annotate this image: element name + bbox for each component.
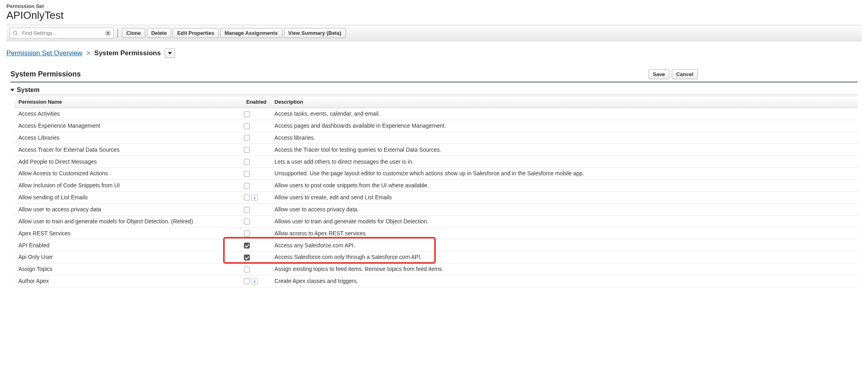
page-subtitle: Permission Set — [6, 3, 862, 9]
permission-name: Allow user to access privacy data — [14, 203, 242, 215]
svg-marker-5 — [10, 89, 14, 91]
permission-name: Access Libraries — [14, 132, 242, 144]
permission-description: Assign existing topics to feed items. Re… — [271, 263, 858, 275]
permission-enabled-cell — [242, 263, 271, 275]
info-icon[interactable]: i — [251, 194, 258, 201]
permission-checkbox[interactable] — [244, 159, 250, 165]
permission-name: Api Only User — [14, 251, 242, 263]
permission-enabled-cell — [242, 239, 271, 251]
permission-enabled-cell — [242, 227, 271, 239]
permission-enabled-cell — [242, 215, 271, 227]
permission-enabled-cell — [242, 251, 271, 263]
breadcrumb: Permission Set Overview > System Permiss… — [6, 48, 862, 58]
permission-description: Access any Salesforce.com API. — [271, 239, 858, 251]
table-row: Add People to Direct MessagesLets a user… — [14, 156, 858, 168]
toolbar-divider — [118, 29, 118, 38]
permission-name: Apex REST Services — [14, 227, 242, 239]
manage-assignments-button[interactable]: Manage Assignments — [220, 28, 282, 38]
permission-enabled-cell — [242, 156, 271, 168]
permission-name: Allow Inclusion of Code Snippets from UI — [14, 179, 242, 191]
permission-checkbox[interactable] — [244, 278, 250, 284]
permission-checkbox[interactable] — [244, 111, 250, 117]
permission-name: Author Apex — [14, 275, 242, 287]
collapse-icon — [10, 88, 14, 92]
table-row: Access Tracer for External Data SourcesA… — [14, 144, 858, 156]
breadcrumb-separator: > — [86, 49, 90, 57]
permission-name: Access Activities — [14, 108, 242, 120]
info-icon[interactable]: i — [251, 278, 258, 285]
permission-name: Allow sending of List Emails — [14, 191, 242, 203]
permission-description: Allow access to Apex REST services — [271, 227, 858, 239]
permission-description: Allow user to access privacy data. — [271, 203, 858, 215]
permission-description: Access the Tracer tool for testing queri… — [271, 144, 858, 156]
permission-name: API Enabled — [14, 239, 242, 251]
search-input[interactable] — [10, 28, 114, 38]
permission-checkbox[interactable] — [244, 147, 250, 153]
svg-marker-4 — [168, 52, 172, 54]
permission-description: Unsupported. Use the page layout editor … — [271, 167, 858, 179]
permission-checkbox[interactable] — [244, 183, 250, 189]
permission-description: Create Apex classes and triggers. — [271, 275, 858, 287]
table-row: Apex REST ServicesAllow access to Apex R… — [14, 227, 858, 239]
table-row: Allow user to access privacy dataAllow u… — [14, 203, 858, 215]
permission-checkbox[interactable] — [244, 243, 250, 249]
permission-name: Allow user to train and generate models … — [14, 215, 242, 227]
permission-checkbox[interactable] — [244, 135, 250, 141]
permission-name: Access Tracer for External Data Sources — [14, 144, 242, 156]
permission-checkbox[interactable] — [244, 255, 250, 261]
permission-checkbox[interactable] — [244, 207, 250, 213]
permission-checkbox[interactable] — [244, 123, 250, 129]
search-wrapper — [10, 28, 114, 38]
permission-description: Allow users to post code snippets from t… — [271, 179, 858, 191]
col-header-description: Description — [271, 96, 858, 108]
table-row: Assign TopicsAssign existing topics to f… — [14, 263, 858, 275]
table-row: Allow user to train and generate models … — [14, 215, 858, 227]
table-row: Allow Inclusion of Code Snippets from UI… — [14, 179, 858, 191]
permission-description: Access tasks, events, calendar, and emai… — [271, 108, 858, 120]
breadcrumb-current: System Permissions — [94, 49, 161, 57]
permission-description: Lets a user add others to direct message… — [271, 156, 858, 168]
permission-enabled-cell — [242, 120, 271, 132]
permission-description: Allows user to train and generate models… — [271, 215, 858, 227]
permission-description: Allow users to create, edit and send Lis… — [271, 191, 858, 203]
permission-enabled-cell — [242, 132, 271, 144]
chevron-down-icon — [168, 51, 172, 55]
permission-enabled-cell — [242, 167, 271, 179]
breadcrumb-link-overview[interactable]: Permission Set Overview — [6, 49, 82, 57]
permissions-table: Permission Name Enabled Description Acce… — [14, 96, 858, 287]
col-header-name: Permission Name — [14, 96, 242, 108]
group-header-system[interactable]: System — [10, 86, 858, 95]
permission-checkbox[interactable] — [244, 267, 250, 273]
permission-name: Assign Topics — [14, 263, 242, 275]
permission-checkbox[interactable] — [244, 219, 250, 225]
svg-point-0 — [14, 31, 17, 34]
col-header-enabled: Enabled — [242, 96, 271, 108]
table-row: Allow Access to Customized ActionsUnsupp… — [14, 167, 858, 179]
section-actions: Save Cancel — [649, 69, 698, 79]
save-button[interactable]: Save — [649, 69, 669, 79]
toolbar: Clone Delete Edit Properties Manage Assi… — [6, 25, 862, 41]
permission-name: Access Experience Management — [14, 120, 242, 132]
permission-enabled-cell: i — [242, 191, 271, 203]
view-summary-button[interactable]: View Summary (Beta) — [284, 28, 346, 38]
breadcrumb-dropdown-button[interactable] — [165, 48, 175, 58]
permission-name: Allow Access to Customized Actions — [14, 167, 242, 179]
permission-checkbox[interactable] — [244, 171, 250, 177]
group-title: System — [17, 86, 40, 94]
permission-enabled-cell: i — [242, 275, 271, 287]
clear-search-icon[interactable] — [105, 30, 111, 36]
search-icon — [13, 30, 18, 36]
permission-description: Access libraries. — [271, 132, 858, 144]
permission-enabled-cell — [242, 144, 271, 156]
page-header: Permission Set APIOnlyTest — [6, 3, 862, 22]
permission-checkbox[interactable] — [244, 231, 250, 237]
cancel-button[interactable]: Cancel — [672, 69, 698, 79]
permission-checkbox[interactable] — [244, 194, 250, 201]
clone-button[interactable]: Clone — [122, 28, 145, 38]
edit-properties-button[interactable]: Edit Properties — [173, 28, 218, 38]
table-row: Access LibrariesAccess libraries. — [14, 132, 858, 144]
table-row: Author ApexiCreate Apex classes and trig… — [14, 275, 858, 287]
delete-button[interactable]: Delete — [147, 28, 171, 38]
table-row: Access Experience ManagementAccess pages… — [14, 120, 858, 132]
page-title: APIOnlyTest — [6, 9, 862, 22]
